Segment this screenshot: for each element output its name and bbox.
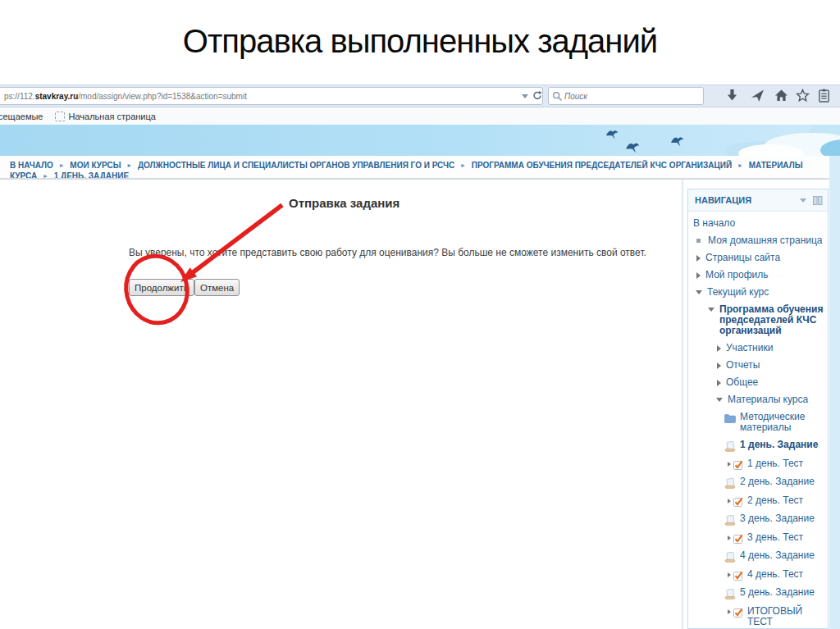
nav-item-label[interactable]: 3 день. Тест bbox=[747, 532, 803, 544]
expand-icon[interactable] bbox=[717, 362, 721, 369]
nav-item-day3-test[interactable]: 3 день. Тест bbox=[693, 532, 826, 544]
download-icon[interactable] bbox=[725, 89, 739, 103]
expand-icon[interactable] bbox=[728, 499, 731, 504]
expand-icon[interactable] bbox=[696, 255, 701, 262]
nav-item-label[interactable]: Общее bbox=[726, 377, 758, 388]
bookmark-star-icon[interactable] bbox=[796, 89, 810, 103]
expand-icon[interactable] bbox=[728, 609, 731, 614]
quiz-icon bbox=[733, 608, 743, 618]
navigation-block-header: НАВИГАЦИЯ bbox=[688, 189, 828, 212]
quiz-icon bbox=[733, 534, 743, 544]
breadcrumb-separator: ► bbox=[59, 162, 65, 168]
bookmarks-list-icon[interactable] bbox=[817, 89, 831, 103]
nav-item-day1-test[interactable]: 1 день. Тест bbox=[693, 458, 826, 470]
nav-item-label[interactable]: Материалы курса bbox=[728, 394, 808, 405]
expand-icon[interactable] bbox=[728, 572, 731, 577]
url-domain: stavkray.ru bbox=[35, 92, 79, 101]
expand-icon[interactable] bbox=[717, 380, 721, 386]
nav-item-day5-assignment[interactable]: 5 день. Задание bbox=[693, 587, 826, 599]
nav-item-day4-assignment[interactable]: 4 день. Задание bbox=[693, 550, 826, 563]
nav-item-day3-assignment[interactable]: 3 день. Задание bbox=[693, 513, 826, 526]
breadcrumb-separator: ► bbox=[737, 162, 743, 168]
collapse-icon[interactable] bbox=[708, 308, 714, 312]
search-input[interactable] bbox=[563, 91, 689, 102]
site-header-banner bbox=[0, 125, 840, 156]
nav-item-day2-assignment[interactable]: 2 день. Задание bbox=[693, 476, 826, 489]
breadcrumb-home[interactable]: В НАЧАЛО bbox=[10, 161, 53, 170]
breadcrumb: В НАЧАЛО ► МОИ КУРСЫ ► ДОЛЖНОСТНЫЕ ЛИЦА … bbox=[0, 156, 829, 178]
bird-icon bbox=[625, 141, 640, 153]
nav-item-general[interactable]: Общее bbox=[693, 377, 826, 388]
nav-item-label[interactable]: Моя домашняя страница bbox=[708, 235, 823, 246]
nav-item-label[interactable]: В начало bbox=[693, 218, 735, 229]
nav-item-label[interactable]: Программа обучения председателей КЧС орг… bbox=[719, 304, 826, 336]
expand-icon[interactable] bbox=[728, 536, 731, 540]
nav-item-label[interactable]: 3 день. Задание bbox=[740, 513, 815, 526]
bird-icon bbox=[605, 129, 619, 139]
breadcrumb-course[interactable]: ПРОГРАММА ОБУЧЕНИЯ ПРЕДСЕДАТЕЛЕЙ КЧС ОРГ… bbox=[472, 161, 732, 170]
quiz-icon bbox=[733, 497, 743, 507]
divider bbox=[0, 178, 829, 180]
url-path: /mod/assign/view.php?id=1538&action=subm… bbox=[78, 92, 247, 101]
navigation-tree: В начало Моя домашняя страница Страницы … bbox=[688, 212, 828, 629]
nav-item-label[interactable]: 2 день. Тест bbox=[747, 495, 803, 507]
page-background-strip bbox=[829, 156, 840, 629]
nav-item-participants[interactable]: Участники bbox=[693, 343, 826, 353]
nav-item-method-materials[interactable]: Методические материалы bbox=[693, 412, 826, 433]
continue-button[interactable]: Продолжить bbox=[129, 279, 194, 296]
nav-item-reports[interactable]: Отчеты bbox=[693, 360, 826, 371]
nav-item-label[interactable]: 2 день. Задание bbox=[740, 476, 815, 489]
nav-item-label[interactable]: Страницы сайта bbox=[705, 253, 780, 263]
nav-item-label[interactable]: ИТОГОВЫЙ ТЕСТ bbox=[747, 606, 826, 627]
bookmark-home-page[interactable]: Начальная страница bbox=[69, 112, 156, 121]
quiz-icon bbox=[733, 460, 743, 470]
nav-item-my-home-page[interactable]: Моя домашняя страница bbox=[693, 235, 826, 246]
nav-item-label[interactable]: Отчеты bbox=[726, 360, 760, 371]
nav-item-day2-test[interactable]: 2 день. Тест bbox=[693, 495, 826, 507]
breadcrumb-day1-assignment[interactable]: 1 ДЕНЬ. ЗАДАНИЕ bbox=[54, 171, 129, 178]
search-box[interactable] bbox=[548, 87, 704, 105]
nav-item-label[interactable]: 1 день. Тест bbox=[747, 458, 803, 470]
breadcrumb-my-courses[interactable]: МОИ КУРСЫ bbox=[70, 161, 121, 170]
expand-icon[interactable] bbox=[717, 345, 721, 352]
nav-item-label[interactable]: 1 день. Задание bbox=[740, 440, 818, 452]
nav-item-label[interactable]: 4 день. Тест bbox=[747, 569, 803, 581]
urlbar-dropdown-icon[interactable] bbox=[522, 94, 528, 98]
bookmarks-bar: сещаемые Начальная страница bbox=[0, 107, 840, 125]
collapse-icon[interactable] bbox=[696, 290, 702, 294]
nav-item-label[interactable]: Текущий курс bbox=[707, 287, 769, 298]
dock-block-icon[interactable] bbox=[813, 196, 823, 205]
nav-item-day1-assignment[interactable]: 1 день. Задание bbox=[693, 440, 826, 452]
nav-item-label[interactable]: Методические материалы bbox=[740, 412, 826, 433]
nav-item-site-pages[interactable]: Страницы сайта bbox=[693, 253, 826, 263]
send-icon[interactable] bbox=[751, 89, 765, 103]
reload-icon[interactable] bbox=[532, 89, 543, 101]
breadcrumb-separator: ► bbox=[126, 162, 132, 168]
nav-item-course-materials[interactable]: Материалы курса bbox=[693, 394, 826, 405]
assignment-icon bbox=[724, 478, 736, 489]
nav-item-current-course[interactable]: Текущий курс bbox=[693, 287, 826, 298]
nav-item-day4-test[interactable]: 4 день. Тест bbox=[693, 569, 826, 581]
expand-icon[interactable] bbox=[696, 272, 701, 279]
nav-item-label[interactable]: Участники bbox=[726, 343, 773, 353]
nav-item-label[interactable]: 5 день. Задание bbox=[740, 587, 815, 599]
nav-item-course-program[interactable]: Программа обучения председателей КЧС орг… bbox=[693, 304, 826, 336]
home-icon[interactable] bbox=[774, 89, 788, 103]
cancel-button[interactable]: Отмена bbox=[194, 279, 240, 296]
content-sidebar-divider bbox=[682, 180, 683, 629]
assignment-icon bbox=[724, 552, 736, 563]
nav-item-home[interactable]: В начало bbox=[693, 218, 826, 229]
nav-item-label[interactable]: 4 день. Задание bbox=[740, 550, 815, 563]
nav-item-label[interactable]: Мой профиль bbox=[705, 270, 769, 280]
navigation-title: НАВИГАЦИЯ bbox=[695, 195, 800, 205]
breadcrumb-category[interactable]: ДОЛЖНОСТНЫЕ ЛИЦА И СПЕЦИАЛИСТЫ ОРГАНОВ У… bbox=[138, 161, 454, 170]
nav-item-my-profile[interactable]: Мой профиль bbox=[693, 270, 826, 280]
address-bar[interactable]: ps://112.stavkray.ru/mod/assign/view.php… bbox=[0, 87, 543, 105]
expand-icon[interactable] bbox=[728, 462, 731, 467]
collapse-icon[interactable] bbox=[716, 398, 723, 402]
nav-item-final-test[interactable]: ИТОГОВЫЙ ТЕСТ bbox=[693, 606, 826, 627]
search-icon bbox=[552, 91, 563, 102]
collapse-block-icon[interactable] bbox=[800, 198, 806, 203]
bookmark-most-visited[interactable]: сещаемые bbox=[0, 112, 43, 121]
quiz-icon bbox=[733, 571, 743, 581]
